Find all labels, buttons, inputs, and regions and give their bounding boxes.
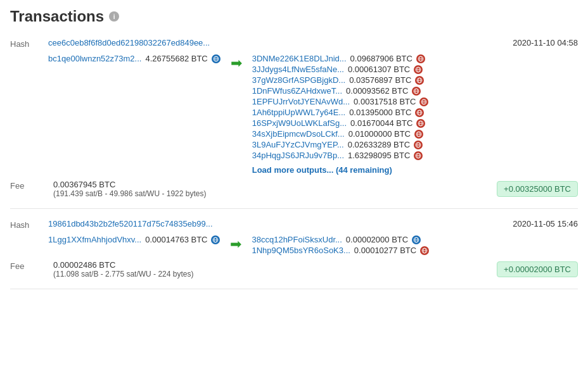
red-globe-icon[interactable] <box>415 76 424 85</box>
input-amount: 4.26755682 BTC <box>145 54 207 63</box>
fee-sub-details: (191.439 sat/B - 49.986 sat/WU - 1922 by… <box>53 189 206 198</box>
info-icon[interactable]: i <box>109 11 119 22</box>
input-item: 1Lgg1XXfmAhhjodVhxv...0.00014763 BTC <box>48 235 220 244</box>
hash-and-time: cee6c0eb8f6f8d0ed62198032267ed849ee...20… <box>48 38 578 47</box>
fee-details: 0.00367945 BTC(191.439 sat/B - 49.986 sa… <box>53 180 206 198</box>
tx-inputs: bc1qe00lwnzn52z73m2...4.26755682 BTC <box>48 54 220 63</box>
output-amount: 0.01000000 BTC <box>348 129 411 139</box>
tx-hash-link[interactable]: cee6c0eb8f6f8d0ed62198032267ed849ee... <box>48 38 210 47</box>
tx-content: bc1qe00lwnzn52z73m2...4.26755682 BTC ➡3D… <box>48 54 428 175</box>
arrow-right-icon: ➡ <box>230 236 241 253</box>
output-amount: 0.00061307 BTC <box>348 65 410 74</box>
red-globe-icon[interactable] <box>412 87 421 96</box>
output-item: 3JJdygs4LfNwE5sfaNe...0.00061307 BTC <box>252 65 429 74</box>
red-globe-icon[interactable] <box>414 65 423 74</box>
output-item: 1Nhp9QM5bsYR6oSoK3...0.00010277 BTC <box>252 246 429 255</box>
tx-fee-row: Fee0.00367945 BTC(191.439 sat/B - 49.986… <box>10 180 578 198</box>
output-item: 3L9AuFJYzCJVmgYEP...0.02633289 BTC <box>252 140 429 149</box>
fee-badge: +0.00325000 BTC <box>497 181 578 197</box>
output-amount: 0.02633289 BTC <box>348 140 410 149</box>
tx-arrow: ➡ <box>231 54 242 72</box>
red-globe-icon[interactable] <box>420 246 429 255</box>
output-address[interactable]: 1EPFUJrrVotJYENAvWd... <box>252 97 350 106</box>
tx-timestamp: 2020-11-05 15:46 <box>513 219 578 228</box>
blue-globe-icon[interactable] <box>211 235 220 244</box>
tx-inputs: 1Lgg1XXfmAhhjodVhxv...0.00014763 BTC <box>48 235 220 244</box>
fee-sub-details: (11.098 sat/B - 2.775 sat/WU - 224 bytes… <box>53 270 193 278</box>
fee-badge: +0.00002000 BTC <box>497 261 578 277</box>
output-address[interactable]: 1DnFWfus6ZAHdxweT... <box>252 86 342 96</box>
input-address[interactable]: 1Lgg1XXfmAhhjodVhxv... <box>48 235 141 244</box>
input-amount: 0.00014763 BTC <box>145 235 207 244</box>
output-item: 1DnFWfus6ZAHdxweT...0.00093562 BTC <box>252 86 429 96</box>
transactions-list: Hashcee6c0eb8f6f8d0ed62198032267ed849ee.… <box>10 38 578 289</box>
output-amount: 0.00093562 BTC <box>346 86 408 96</box>
hash-label: Hash <box>10 219 48 230</box>
output-amount: 0.00002000 BTC <box>346 235 408 244</box>
tx-outputs: 3DNMe226K1E8DLJnid...0.09687906 BTC 3JJd… <box>252 54 429 175</box>
output-address[interactable]: 16SPxjW9UoLWKLafSg... <box>252 118 347 128</box>
red-globe-icon[interactable] <box>416 119 425 128</box>
output-item: 3DNMe226K1E8DLJnid...0.09687906 BTC <box>252 54 429 63</box>
page-header: Transactions i <box>10 8 578 25</box>
tx-header-row: Hash19861dbd43b2b2fe520117d75c74835eb99.… <box>10 219 578 230</box>
output-item: 37gWz8GrfASPGBjgkD...0.03576897 BTC <box>252 75 429 85</box>
load-more-outputs[interactable]: Load more outputs... (44 remaining) <box>252 165 429 175</box>
red-globe-icon[interactable] <box>414 151 423 160</box>
red-globe-icon[interactable] <box>419 97 428 106</box>
fee-left: Fee0.00002486 BTC(11.098 sat/B - 2.775 s… <box>10 260 193 278</box>
blue-globe-icon[interactable] <box>212 54 220 63</box>
output-address[interactable]: 1Ah6tppiUpWWL7y64E... <box>252 108 345 117</box>
hash-label: Hash <box>10 38 48 49</box>
output-item: 34pHqgJS6JRJu9v7Bp...1.63298095 BTC <box>252 151 429 160</box>
output-address[interactable]: 38ccq12hPFoiSksxUdr... <box>252 235 342 244</box>
tx-main-row: 1Lgg1XXfmAhhjodVhxv...0.00014763 BTC ➡38… <box>10 235 578 255</box>
red-globe-icon[interactable] <box>415 108 424 117</box>
output-item: 34sXjbEipmcwDsoLCkf...0.01000000 BTC <box>252 129 429 139</box>
fee-label: Fee <box>10 180 48 191</box>
output-amount: 0.00317518 BTC <box>354 97 416 106</box>
output-amount: 0.01670044 BTC <box>350 118 412 128</box>
output-amount: 0.01395000 BTC <box>349 108 411 117</box>
fee-btc: 0.00002486 BTC <box>53 260 193 270</box>
output-item: 16SPxjW9UoLWKLafSg...0.01670044 BTC <box>252 118 429 128</box>
output-amount: 1.63298095 BTC <box>348 151 410 160</box>
fee-details: 0.00002486 BTC(11.098 sat/B - 2.775 sat/… <box>53 260 193 278</box>
page-title: Transactions <box>10 8 104 25</box>
output-amount: 0.00010277 BTC <box>354 246 416 255</box>
tx-main-row: bc1qe00lwnzn52z73m2...4.26755682 BTC ➡3D… <box>10 54 578 175</box>
output-item: 38ccq12hPFoiSksxUdr...0.00002000 BTC <box>252 235 429 244</box>
output-address[interactable]: 34sXjbEipmcwDsoLCkf... <box>252 129 345 139</box>
arrow-right-icon: ➡ <box>231 55 242 72</box>
tx-outputs: 38ccq12hPFoiSksxUdr...0.00002000 BTC 1Nh… <box>252 235 429 255</box>
output-amount: 0.09687906 BTC <box>350 54 412 63</box>
hash-and-time: 19861dbd43b2b2fe520117d75c74835eb99...20… <box>48 219 578 228</box>
tx-arrow: ➡ <box>230 235 241 253</box>
transaction-block: Hashcee6c0eb8f6f8d0ed62198032267ed849ee.… <box>10 38 578 209</box>
input-address[interactable]: bc1qe00lwnzn52z73m2... <box>48 54 141 63</box>
output-amount: 0.03576897 BTC <box>349 75 411 85</box>
output-address[interactable]: 3L9AuFJYzCJVmgYEP... <box>252 140 344 149</box>
tx-content: 1Lgg1XXfmAhhjodVhxv...0.00014763 BTC ➡38… <box>48 235 429 255</box>
red-globe-icon[interactable] <box>416 54 425 63</box>
fee-left: Fee0.00367945 BTC(191.439 sat/B - 49.986… <box>10 180 206 198</box>
output-item: 1Ah6tppiUpWWL7y64E...0.01395000 BTC <box>252 108 429 117</box>
output-address[interactable]: 1Nhp9QM5bsYR6oSoK3... <box>252 246 350 255</box>
tx-header-row: Hashcee6c0eb8f6f8d0ed62198032267ed849ee.… <box>10 38 578 49</box>
tx-hash-link[interactable]: 19861dbd43b2b2fe520117d75c74835eb99... <box>48 219 213 228</box>
input-item: bc1qe00lwnzn52z73m2...4.26755682 BTC <box>48 54 220 63</box>
output-address[interactable]: 3JJdygs4LfNwE5sfaNe... <box>252 65 344 74</box>
tx-fee-row: Fee0.00002486 BTC(11.098 sat/B - 2.775 s… <box>10 260 578 278</box>
output-item: 1EPFUJrrVotJYENAvWd...0.00317518 BTC <box>252 97 429 106</box>
fee-label: Fee <box>10 260 48 271</box>
red-globe-icon[interactable] <box>414 141 423 149</box>
tx-timestamp: 2020-11-10 04:58 <box>513 38 578 47</box>
fee-btc: 0.00367945 BTC <box>53 180 206 189</box>
output-address[interactable]: 3DNMe226K1E8DLJnid... <box>252 54 347 63</box>
red-globe-icon[interactable] <box>414 130 423 139</box>
transaction-block: Hash19861dbd43b2b2fe520117d75c74835eb99.… <box>10 219 578 289</box>
blue-globe-icon[interactable] <box>412 235 421 244</box>
output-address[interactable]: 34pHqgJS6JRJu9v7Bp... <box>252 151 344 160</box>
output-address[interactable]: 37gWz8GrfASPGBjgkD... <box>252 75 345 85</box>
